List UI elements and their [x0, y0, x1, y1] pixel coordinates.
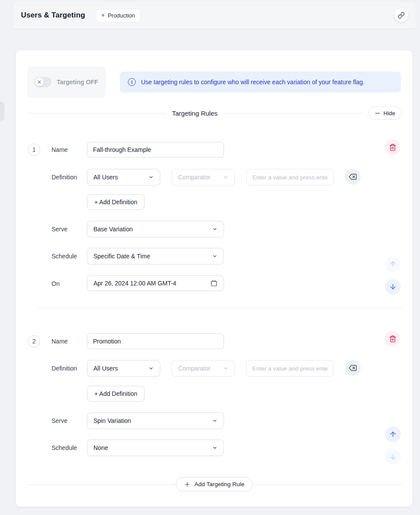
schedule-select[interactable]: Specific Date & Time	[87, 248, 224, 264]
calendar-icon	[210, 280, 217, 287]
name-label: Name	[52, 146, 68, 153]
trash-icon	[389, 335, 396, 343]
clear-definition-button[interactable]	[345, 360, 361, 376]
add-targeting-rule-button[interactable]: Add Targeting Rule	[176, 477, 253, 491]
name-label: Name	[52, 338, 68, 345]
divider-line	[27, 113, 166, 113]
chevron-down-icon	[212, 254, 217, 259]
definition-select-value: All Users	[93, 365, 118, 372]
delete-rule-button[interactable]	[385, 331, 400, 347]
targeting-toggle-label: Targeting OFF	[57, 79, 98, 86]
info-icon: i	[128, 78, 136, 86]
minus-icon	[375, 111, 380, 116]
add-definition-button[interactable]: + Add Definition	[87, 386, 145, 402]
chevron-down-icon	[212, 418, 217, 423]
schedule-label: Schedule	[52, 444, 77, 451]
arrow-down-icon	[389, 283, 397, 291]
backspace-icon	[349, 364, 357, 372]
environment-dot-icon	[102, 14, 104, 17]
comparator-select-placeholder: Comparator	[178, 174, 210, 181]
add-targeting-rule-label: Add Targeting Rule	[194, 481, 244, 488]
trash-icon	[389, 144, 396, 151]
definition-value-input[interactable]	[246, 169, 334, 185]
schedule-select-value: Specific Date & Time	[93, 253, 150, 260]
delete-rule-button[interactable]	[385, 139, 400, 155]
chevron-down-icon	[212, 227, 217, 232]
schedule-select[interactable]: None	[87, 439, 224, 456]
serve-select-value: Spin Variation	[93, 417, 131, 424]
serve-select-value: Base Variation	[93, 226, 133, 233]
definition-select[interactable]: All Users	[87, 360, 160, 377]
comparator-select[interactable]: Comparator	[172, 360, 235, 377]
schedule-date-value: Apr 26, 2024 12:00 AM GMT-4	[93, 280, 176, 287]
chevron-down-icon	[223, 175, 228, 180]
chevron-down-icon	[212, 445, 217, 450]
add-definition-button[interactable]: + Add Definition	[87, 194, 145, 210]
move-rule-down-button[interactable]	[385, 279, 401, 295]
definition-label: Definition	[52, 174, 77, 181]
rule-number-badge: 1	[28, 144, 40, 156]
rule-name-input[interactable]	[87, 333, 224, 349]
targeting-panel: Targeting OFF i Use targeting rules to c…	[16, 50, 413, 507]
serve-label: Serve	[52, 226, 68, 233]
targeting-toggle-switch[interactable]	[34, 77, 52, 87]
side-tab-handle	[0, 102, 4, 121]
definition-select-value: All Users	[93, 174, 118, 181]
rule-number-badge: 2	[28, 335, 40, 347]
move-rule-up-button[interactable]	[385, 426, 401, 442]
environment-badge: Production	[96, 9, 140, 22]
schedule-date-input[interactable]: Apr 26, 2024 12:00 AM GMT-4	[87, 275, 224, 291]
rule-separator	[37, 308, 402, 308]
environment-badge-label: Production	[108, 12, 135, 19]
comparator-select-placeholder: Comparator	[178, 365, 210, 372]
schedule-label: Schedule	[52, 253, 77, 260]
chevron-down-icon	[148, 175, 154, 180]
clear-definition-button[interactable]	[345, 169, 361, 185]
targeting-toggle-card[interactable]: Targeting OFF	[27, 66, 106, 98]
plus-icon	[184, 481, 190, 488]
arrow-down-icon	[389, 453, 397, 461]
rule-name-input[interactable]	[87, 142, 224, 158]
comparator-select[interactable]: Comparator	[172, 169, 235, 185]
serve-select[interactable]: Spin Variation	[87, 412, 224, 429]
arrow-up-icon	[389, 430, 397, 438]
targeting-rules-divider: Targeting Rules Hide	[27, 106, 402, 120]
chevron-down-icon	[148, 366, 154, 371]
move-rule-down-button[interactable]	[385, 449, 401, 465]
arrow-up-icon	[389, 260, 397, 268]
hide-rules-button[interactable]: Hide	[368, 106, 402, 120]
definition-label: Definition	[52, 365, 77, 372]
backspace-icon	[349, 173, 357, 181]
info-banner: i Use targeting rules to configure who w…	[120, 72, 401, 93]
on-label: On	[52, 280, 60, 287]
link-icon	[398, 12, 405, 19]
definition-select[interactable]: All Users	[87, 169, 160, 185]
chevron-down-icon	[223, 366, 228, 371]
page-header: Users & Targeting Production	[13, 2, 416, 29]
copy-link-button[interactable]	[394, 8, 408, 22]
hide-button-label: Hide	[383, 110, 395, 117]
serve-select[interactable]: Base Variation	[87, 221, 224, 237]
schedule-select-value: None	[93, 444, 108, 451]
divider-line	[224, 113, 362, 113]
serve-label: Serve	[52, 417, 68, 424]
info-banner-text: Use targeting rules to configure who wil…	[141, 79, 365, 86]
section-title: Targeting Rules	[172, 110, 217, 117]
page-title: Users & Targeting	[21, 11, 85, 20]
move-rule-up-button[interactable]	[385, 256, 401, 272]
toggle-off-icon	[35, 78, 44, 86]
definition-value-input[interactable]	[246, 360, 334, 377]
